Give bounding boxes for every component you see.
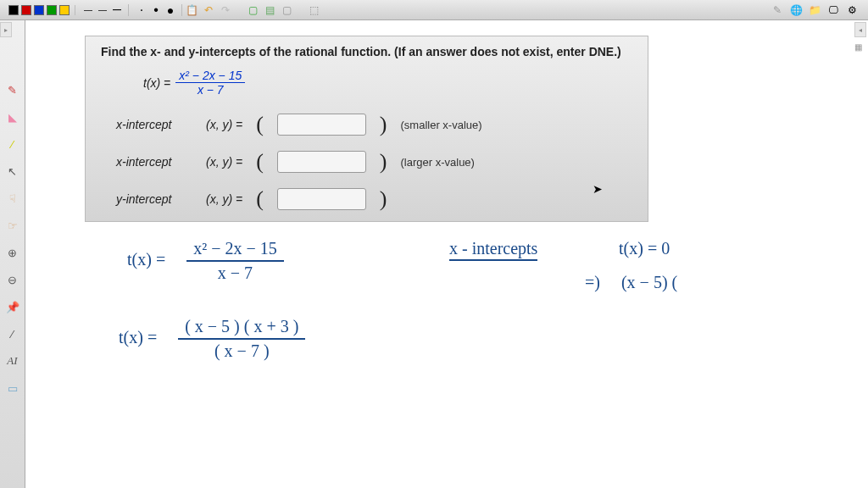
problem-screenshot: Find the x- and y-intercepts of the rati…	[85, 36, 648, 222]
hint-larger: (larger x-value)	[401, 156, 475, 169]
xy-equals: (x, y) =	[206, 118, 242, 131]
hw-xint-label: x - intercepts	[449, 239, 537, 261]
left-toolbar: ✎ ◣ ⁄ ↖ ☟ ☞ ⊕ ⊖ 📌 ⁄ AI ▭	[0, 20, 25, 488]
handwriting-xintercepts: x - intercepts	[449, 239, 537, 258]
text-tool-icon[interactable]: AI	[3, 351, 23, 371]
color-red[interactable]	[21, 5, 31, 15]
shapes-icon[interactable]: ⬚	[306, 3, 321, 18]
dot-group: · • ●	[131, 4, 182, 16]
eraser-tool-icon[interactable]: ◣	[3, 107, 23, 127]
expand-right-icon[interactable]: ◂	[854, 22, 866, 37]
whiteboard-canvas[interactable]: ▸ Find the x- and y-intercepts of the ra…	[25, 20, 868, 488]
problem-title: Find the x- and y-intercepts of the rati…	[101, 45, 632, 58]
page-blank-icon[interactable]: ▢	[279, 3, 294, 18]
intercept-label: y-intercept	[116, 192, 192, 206]
hw-lhs-2: t(x) =	[119, 328, 157, 347]
redo-icon[interactable]: ↷	[218, 3, 233, 18]
color-blue[interactable]	[34, 5, 44, 15]
function-lhs: t(x) =	[143, 76, 170, 90]
answer-input-2[interactable]	[277, 151, 366, 173]
clipboard-icon[interactable]: 📋	[184, 3, 199, 18]
open-paren: (	[256, 149, 264, 175]
line-tool-icon[interactable]: ⁄	[3, 324, 23, 344]
expand-left-icon[interactable]: ▸	[0, 22, 12, 37]
open-paren: (	[256, 112, 264, 137]
page-green-icon[interactable]: ▢	[245, 3, 260, 18]
close-paren: )	[380, 149, 387, 175]
right-panel-icon[interactable]: ▦	[854, 42, 866, 54]
ruler-tool-icon[interactable]: ▭	[3, 378, 23, 398]
dash-med[interactable]: —	[97, 4, 108, 16]
hw-frac2-top: ( x − 5 ) ( x + 3 )	[178, 317, 305, 340]
page-ruled-icon[interactable]: ▤	[262, 3, 277, 18]
hand-tool-icon[interactable]: ☟	[3, 188, 23, 208]
dot-med[interactable]: •	[150, 4, 162, 16]
arrow-tool-icon[interactable]: ↖	[3, 161, 23, 181]
xy-equals: (x, y) =	[206, 192, 242, 206]
hw-frac1-top: x² − 2x − 15	[186, 239, 284, 262]
answer-input-3[interactable]	[277, 188, 366, 210]
gear-icon[interactable]: ⚙	[844, 3, 860, 18]
function-definition: t(x) = x² − 2x − 15 x − 7	[143, 69, 632, 97]
answer-input-1[interactable]	[277, 114, 366, 136]
open-paren: (	[256, 186, 264, 212]
pencil-tool-icon[interactable]: ✎	[3, 80, 23, 100]
cursor-icon: ➤	[593, 182, 603, 196]
zoom-out-icon[interactable]: ⊖	[3, 269, 23, 290]
color-green[interactable]	[47, 5, 57, 15]
frac-denominator: x − 7	[194, 83, 227, 97]
handwriting-implies-factor: =) (x − 5) (	[585, 273, 677, 292]
intercept-row-1: x-intercept (x, y) = ( ) (smaller x-valu…	[116, 112, 632, 137]
handwriting-line-1: t(x) = x² − 2x − 15 x − 7	[127, 239, 284, 283]
zoom-in-icon[interactable]: ⊕	[3, 242, 23, 263]
hint-smaller: (smaller x-value)	[401, 119, 482, 131]
hw-fraction-1: x² − 2x − 15 x − 7	[186, 239, 284, 283]
dash-group: — — —	[77, 4, 129, 16]
top-toolbar: — — — · • ● 📋 ↶ ↷ ▢ ▤ ▢ ⬚ ✎ 🌐 📁 🖵 ⚙	[0, 0, 868, 20]
handwriting-tx0: t(x) = 0	[619, 239, 670, 258]
dot-small[interactable]: ·	[136, 4, 147, 16]
highlighter-tool-icon[interactable]: ⁄	[3, 134, 23, 154]
hw-factor-partial: (x − 5) (	[621, 273, 677, 291]
color-group	[3, 5, 75, 15]
screen-icon[interactable]: 🖵	[826, 3, 841, 18]
handwriting-line-2: t(x) = ( x − 5 ) ( x + 3 ) ( x − 7 )	[119, 317, 305, 361]
close-paren: )	[380, 112, 387, 137]
hw-frac2-bot: ( x − 7 )	[208, 340, 276, 361]
dash-thick[interactable]: —	[111, 4, 123, 16]
globe-icon[interactable]: 🌐	[788, 3, 804, 18]
undo-icon[interactable]: ↶	[201, 3, 216, 18]
pin-tool-icon[interactable]: 📌	[3, 297, 23, 317]
hw-lhs: t(x) =	[127, 250, 165, 269]
function-fraction: x² − 2x − 15 x − 7	[175, 69, 245, 97]
color-black[interactable]	[8, 5, 19, 15]
intercept-label: x-intercept	[116, 118, 192, 131]
close-paren: )	[380, 186, 387, 212]
intercept-row-3: y-intercept (x, y) = ( )	[116, 186, 632, 212]
hw-implies: =)	[585, 273, 600, 291]
color-yellow[interactable]	[59, 5, 70, 15]
hw-frac1-bot: x − 7	[211, 262, 259, 283]
frac-numerator: x² − 2x − 15	[175, 69, 245, 83]
folder-icon[interactable]: 📁	[807, 3, 822, 18]
dot-large[interactable]: ●	[164, 4, 176, 16]
dash-thin[interactable]: —	[82, 4, 94, 16]
hw-fraction-2: ( x − 5 ) ( x + 3 ) ( x − 7 )	[178, 317, 305, 361]
xy-equals: (x, y) =	[206, 155, 242, 169]
hand-point-tool-icon[interactable]: ☞	[3, 215, 23, 236]
intercept-row-2: x-intercept (x, y) = ( ) (larger x-value…	[116, 149, 632, 175]
main-area: ✎ ◣ ⁄ ↖ ☟ ☞ ⊕ ⊖ 📌 ⁄ AI ▭ ▸ Find the x- a…	[0, 20, 868, 488]
edit-right-icon[interactable]: ✎	[770, 3, 785, 18]
intercept-label: x-intercept	[116, 155, 192, 169]
toolbar-right-group: ✎ 🌐 📁 🖵 ⚙	[770, 3, 865, 18]
